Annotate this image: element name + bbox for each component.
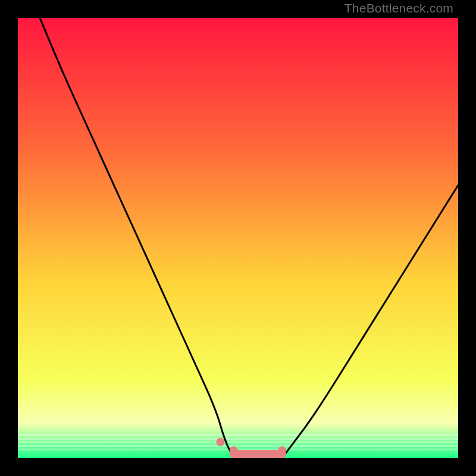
band-cap-left	[230, 446, 238, 455]
svg-rect-0	[18, 434, 458, 436]
marker-dot	[216, 438, 224, 446]
band-cap-right	[278, 446, 286, 455]
svg-rect-2	[18, 441, 458, 443]
plot-frame	[18, 18, 458, 458]
chart-canvas	[18, 18, 458, 458]
gradient-rect	[18, 18, 458, 458]
watermark-text: TheBottleneck.com	[345, 1, 453, 15]
svg-rect-1	[18, 438, 458, 440]
svg-rect-3	[18, 445, 458, 447]
